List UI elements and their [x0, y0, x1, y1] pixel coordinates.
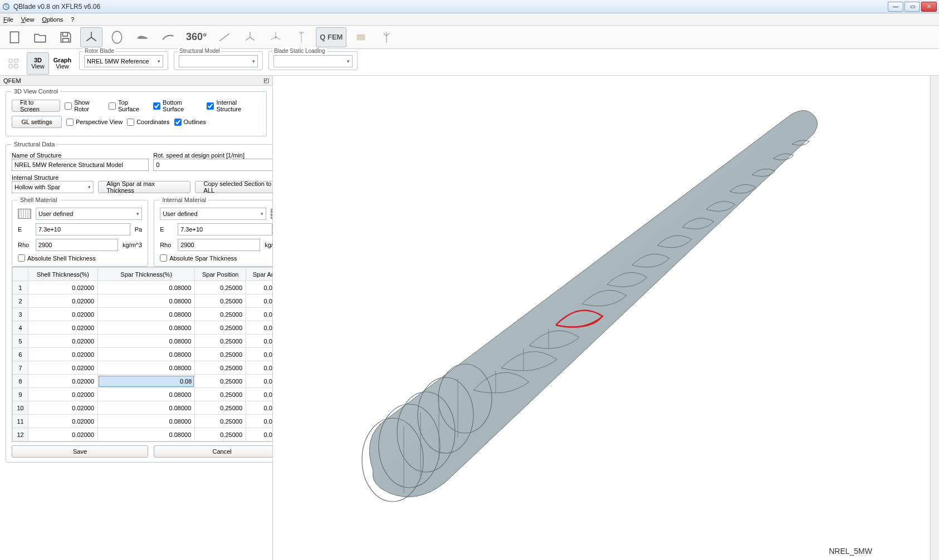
table-cell[interactable]: 0.02000 — [28, 335, 98, 348]
table-cell[interactable]: 0.25000 — [195, 348, 246, 361]
table-cell[interactable]: 0.08000 — [98, 348, 195, 361]
rot-speed-input[interactable] — [153, 159, 272, 171]
table-cell[interactable]: 0.00000 — [246, 335, 272, 348]
table-row[interactable]: 50.020000.080000.250000.00000 — [13, 335, 273, 348]
table-cell[interactable]: 0.08000 — [98, 388, 195, 401]
table-cell[interactable]: 0.08000 — [98, 308, 195, 321]
menu-options[interactable]: Options — [42, 16, 63, 23]
qfem-button[interactable]: Q FEM — [316, 27, 346, 47]
internal-structure-select[interactable]: Hollow with Spar▾ — [12, 181, 94, 193]
table-cell[interactable]: 0.00000 — [246, 401, 272, 415]
table-cell[interactable]: 0.00000 — [246, 308, 272, 321]
top-surface-checkbox[interactable] — [109, 102, 116, 110]
table-cell[interactable]: 0.00000 — [246, 415, 272, 428]
table-row[interactable]: 100.020000.080000.250000.00000 — [13, 401, 273, 415]
table-cell[interactable]: 0.25000 — [195, 415, 246, 428]
structure-name-input[interactable] — [12, 159, 149, 171]
table-cell[interactable]: 0.02000 — [28, 401, 98, 415]
table-row[interactable]: 40.020000.080000.250000.00000 — [13, 321, 273, 335]
menu-file[interactable]: File — [3, 16, 13, 23]
table-cell[interactable]: 0.02000 — [28, 361, 98, 375]
table-row[interactable]: 10.020000.080000.250000.00000 — [13, 281, 273, 294]
table-cell[interactable]: 0.25000 — [195, 401, 246, 415]
table-cell[interactable]: 0.02000 — [28, 375, 98, 388]
turbine-3blade-icon[interactable] — [239, 27, 261, 47]
table-cell[interactable]: 0.02000 — [28, 281, 98, 294]
table-cell[interactable]: 0.02000 — [28, 415, 98, 428]
menu-view[interactable]: View — [21, 16, 35, 23]
table-row[interactable]: 70.020000.080000.250000.00000 — [13, 361, 273, 375]
shell-rho-input[interactable] — [36, 239, 118, 251]
table-cell[interactable]: 0.00000 — [246, 388, 272, 401]
table-cell[interactable]: 0.08000 — [98, 321, 195, 335]
section-table[interactable]: Shell Thickness(%)Spar Thickness(%)Spar … — [12, 267, 272, 442]
table-cell[interactable]: 0.00000 — [246, 375, 272, 388]
table-row[interactable]: 90.020000.080000.250000.00000 — [13, 388, 273, 401]
align-spar-button[interactable]: Align Spar at max Thickness — [98, 181, 190, 193]
save-button[interactable]: Save — [12, 445, 148, 458]
table-cell[interactable]: 0.00000 — [246, 428, 272, 441]
table-cell[interactable]: 0.25000 — [195, 375, 246, 388]
mesh-icon[interactable] — [350, 27, 372, 47]
close-button[interactable]: ✕ — [921, 2, 937, 12]
outlines-checkbox[interactable] — [174, 119, 182, 126]
shell-material-select[interactable]: User defined▾ — [36, 208, 142, 220]
grid-view-button[interactable] — [2, 52, 25, 75]
table-cell[interactable]: 0.08000 — [98, 281, 195, 294]
show-rotor-checkbox[interactable] — [65, 102, 72, 110]
threesixty-button[interactable]: 360° — [183, 27, 210, 47]
shell-e-input[interactable] — [36, 223, 130, 235]
blade-static-select[interactable]: ▾ — [273, 55, 353, 67]
abs-spar-thickness-checkbox[interactable] — [160, 254, 167, 262]
table-cell[interactable]: 0.08000 — [98, 401, 195, 415]
table-cell[interactable]: 0.25000 — [195, 388, 246, 401]
internal-e-input[interactable] — [178, 223, 272, 235]
table-cell[interactable]: 0.00000 — [246, 294, 272, 308]
table-cell[interactable]: 0.00000 — [246, 281, 272, 294]
table-row[interactable]: 110.020000.080000.250000.00000 — [13, 415, 273, 428]
axes-icon[interactable] — [80, 27, 102, 47]
table-cell[interactable]: 0.02000 — [28, 294, 98, 308]
internal-material-select[interactable]: User defined▾ — [160, 208, 266, 220]
open-file-icon[interactable] — [29, 27, 51, 47]
table-cell[interactable]: 0.08000 — [98, 428, 195, 441]
table-row[interactable]: 60.020000.080000.250000.00000 — [13, 348, 273, 361]
fit-to-screen-button[interactable]: Fit to Screen — [12, 100, 60, 112]
table-cell[interactable]: 0.25000 — [195, 321, 246, 335]
table-row[interactable]: 20.020000.080000.250000.00000 — [13, 294, 273, 308]
table-row[interactable]: 30.020000.080000.250000.00000 — [13, 308, 273, 321]
table-cell[interactable]: 0.25000 — [195, 281, 246, 294]
dock-float-icon[interactable]: ◰ — [263, 77, 269, 84]
perspective-checkbox[interactable] — [66, 119, 74, 126]
table-cell[interactable]: 0.25000 — [195, 308, 246, 321]
table-cell[interactable]: 0.25000 — [195, 294, 246, 308]
cancel-button[interactable]: Cancel — [154, 445, 272, 458]
table-cell[interactable]: 0.25000 — [195, 361, 246, 375]
3d-viewport[interactable]: NREL_5MW — [273, 76, 939, 560]
table-cell[interactable]: 0.00000 — [246, 321, 272, 335]
table-cell[interactable]: 0.25000 — [195, 335, 246, 348]
minimize-button[interactable]: — — [888, 2, 903, 12]
maximize-button[interactable]: ▭ — [904, 2, 920, 12]
coordinates-checkbox[interactable] — [127, 119, 134, 126]
table-cell[interactable]: 0.25000 — [195, 428, 246, 441]
copy-section-button[interactable]: Copy selected Section to ALL — [195, 181, 272, 193]
table-cell[interactable]: 0.08000 — [98, 415, 195, 428]
table-row[interactable]: 80.020000.250000.00000 — [13, 375, 273, 388]
table-cell[interactable]: 0.08000 — [98, 335, 195, 348]
internal-rho-input[interactable] — [178, 239, 260, 251]
structural-model-select[interactable]: ▾ — [179, 55, 258, 67]
table-row[interactable]: 120.020000.080000.250000.00000 — [13, 428, 273, 441]
rotor-blade-select[interactable]: NREL 5MW Reference▾ — [84, 55, 163, 67]
table-cell[interactable]: 0.02000 — [28, 348, 98, 361]
table-cell[interactable]: 0.02000 — [28, 428, 98, 441]
swept-icon[interactable] — [157, 27, 179, 47]
table-cell[interactable] — [98, 375, 195, 388]
table-cell[interactable]: 0.08000 — [98, 361, 195, 375]
wind-turbine-icon[interactable] — [375, 27, 398, 47]
graph-view-button[interactable]: GraphView — [51, 52, 74, 75]
circle-icon[interactable] — [106, 27, 128, 47]
cell-editor-input[interactable] — [99, 376, 194, 387]
menu-help[interactable]: ? — [71, 16, 74, 23]
new-file-icon[interactable] — [3, 27, 26, 47]
